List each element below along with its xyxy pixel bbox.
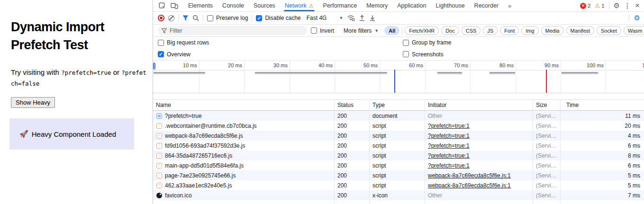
- kebab-menu-icon[interactable]: ⋮: [624, 2, 631, 9]
- network-action-bar: Preserve log ✓Disable cache Fast 4G▼ ⚙: [153, 12, 644, 25]
- tab-console[interactable]: Console: [218, 0, 249, 11]
- rocket-icon: 🚀: [19, 130, 28, 138]
- column-header-type[interactable]: Type: [370, 100, 425, 110]
- dom-content-loaded-marker: [394, 70, 395, 93]
- table-row[interactable]: 462.a33aae1ec82e40e5.js 200 script webpa…: [153, 180, 644, 190]
- column-header-size[interactable]: Size: [533, 100, 561, 110]
- overview-request-bar: [562, 72, 598, 74]
- chip-doc[interactable]: Doc: [441, 26, 459, 35]
- table-row[interactable]: .webcontainer@runtime.cb7c0bca.js 200 sc…: [153, 121, 644, 131]
- tab-recorder[interactable]: Recorder: [470, 0, 503, 11]
- tab-elements[interactable]: Elements: [183, 0, 218, 11]
- invert-checkbox[interactable]: Invert: [311, 27, 334, 34]
- script-icon: [156, 153, 162, 159]
- settings-gear-icon[interactable]: ⚙: [614, 1, 620, 10]
- clear-network-log-icon[interactable]: [168, 15, 174, 21]
- more-tabs-button[interactable]: »: [503, 2, 517, 9]
- chip-font[interactable]: Font: [500, 26, 519, 35]
- tick-label: 80 ms: [486, 62, 514, 68]
- chip-fetch-xhr[interactable]: Fetch/XHR: [405, 26, 439, 35]
- table-row[interactable]: page-7ae23e0925745e66.js 200 script webp…: [153, 170, 644, 180]
- inspect-element-icon[interactable]: [156, 0, 168, 11]
- initiator-other: Other: [428, 192, 442, 199]
- table-row[interactable]: favicon.ico 200 x-icon Other (Servi… 7 m…: [153, 190, 644, 200]
- error-count-badge[interactable]: ✕2: [580, 3, 590, 9]
- tab-lighthouse[interactable]: Lighthouse: [431, 0, 469, 11]
- filter-funnel-icon[interactable]: [182, 15, 189, 21]
- initiator-link[interactable]: webpack-8a7c69ecda8c5f6e.js:1: [428, 182, 511, 189]
- overview-request-bar: [437, 72, 462, 74]
- tab-memory[interactable]: Memory: [362, 0, 392, 11]
- chip-all[interactable]: All: [384, 26, 399, 35]
- overview-request-bar: [154, 72, 205, 74]
- checkbox-unchecked: [158, 40, 164, 46]
- record-network-log-icon[interactable]: [158, 15, 164, 21]
- chip-wasm[interactable]: Wasm: [624, 26, 644, 35]
- request-type-chips: All Fetch/XHR Doc CSS JS Font Img Media …: [384, 26, 644, 35]
- tab-application[interactable]: Application: [392, 0, 431, 11]
- chip-manifest[interactable]: Manifest: [566, 26, 595, 35]
- network-overview-timeline[interactable]: 10 ms 20 ms 30 ms 40 ms 50 ms 60 ms 70 m…: [153, 60, 644, 93]
- table-row[interactable]: webpack-8a7c69ecda8c5f6e.js 200 script ?…: [153, 131, 644, 141]
- initiator-other: Other: [428, 113, 442, 119]
- show-heavy-button[interactable]: Show Heavy: [11, 97, 55, 108]
- overview-checkbox[interactable]: ✓Overview: [158, 51, 190, 58]
- group-by-frame-checkbox[interactable]: Group by frame: [403, 39, 451, 46]
- initiator-link[interactable]: ?prefetch=true:1: [428, 162, 470, 169]
- tick-label: 30 ms: [260, 62, 288, 68]
- device-toolbar-icon[interactable]: [168, 0, 181, 11]
- column-header-name[interactable]: Name: [153, 100, 335, 110]
- disable-cache-checkbox[interactable]: ✓Disable cache: [256, 15, 300, 21]
- network-conditions-icon[interactable]: [347, 15, 355, 21]
- devtools-tabbar: Elements Console Sources Network⚠ Perfor…: [153, 0, 644, 12]
- checkbox-unchecked: [403, 40, 409, 46]
- big-request-rows-checkbox[interactable]: Big request rows: [158, 39, 209, 46]
- search-icon[interactable]: [192, 15, 199, 21]
- close-devtools-icon[interactable]: ×: [635, 1, 640, 10]
- tick-label: 10 ms: [170, 62, 197, 68]
- web-page: Dynamic Import Prefetch Test Try visitin…: [0, 0, 153, 204]
- tick-label: 70 ms: [441, 62, 468, 68]
- warning-icon: ⚠: [595, 2, 600, 9]
- column-header-status[interactable]: Status: [335, 100, 370, 110]
- table-row[interactable]: 864-35da487265716ec6.js 200 script ?pref…: [153, 151, 644, 160]
- table-row[interactable]: main-app-dd5d01d5f584e6fa.js 200 script …: [153, 160, 644, 170]
- table-filler: [153, 200, 644, 204]
- chip-socket[interactable]: Socket: [597, 26, 621, 35]
- checkbox-checked: ✓: [256, 15, 262, 21]
- chip-media[interactable]: Media: [541, 26, 564, 35]
- export-har-icon[interactable]: [369, 15, 376, 21]
- network-settings-gear-icon[interactable]: ⚙: [634, 14, 640, 22]
- initiator-link[interactable]: webpack-8a7c69ecda8c5f6e.js:1: [428, 172, 511, 179]
- initiator-link[interactable]: ?prefetch=true:1: [428, 133, 470, 139]
- warning-count-badge[interactable]: ⚠1: [595, 2, 604, 9]
- throttling-select[interactable]: Fast 4G▼: [307, 15, 344, 21]
- column-header-time[interactable]: Time: [561, 100, 644, 110]
- tab-performance[interactable]: Performance: [318, 0, 362, 11]
- tabbar-right-controls: ✕2 ⚠1 ⚙ ⋮ ×: [580, 1, 644, 10]
- overview-window-handle[interactable]: [153, 62, 155, 70]
- screenshots-checkbox[interactable]: Screenshots: [403, 51, 444, 58]
- tab-network[interactable]: Network⚠: [280, 0, 318, 11]
- chip-img[interactable]: Img: [521, 26, 538, 35]
- chip-js[interactable]: JS: [483, 26, 498, 35]
- column-header-initiator[interactable]: Initiator: [425, 100, 533, 110]
- more-filters-button[interactable]: More filters▼: [344, 27, 379, 34]
- initiator-link[interactable]: ?prefetch=true:1: [428, 142, 470, 149]
- error-icon: ✕: [580, 3, 586, 9]
- table-row[interactable]: fd9d1056-693ad74f37592d3e.js 200 script …: [153, 141, 644, 151]
- tick-label: 50 ms: [350, 62, 378, 68]
- import-har-icon[interactable]: [359, 15, 365, 21]
- preserve-log-checkbox[interactable]: Preserve log: [207, 15, 248, 21]
- overview-request-bar: [490, 72, 515, 74]
- table-row[interactable]: ?prefetch=true 200 document Other (Servi…: [153, 111, 644, 121]
- tick-label: 60 ms: [396, 62, 423, 68]
- initiator-link[interactable]: ?prefetch=true:1: [428, 152, 470, 159]
- chip-css[interactable]: CSS: [462, 26, 481, 35]
- initiator-link[interactable]: ?prefetch=true:1: [428, 123, 470, 129]
- separator: [178, 14, 179, 22]
- filter-input[interactable]: [170, 27, 307, 34]
- tab-sources[interactable]: Sources: [249, 0, 280, 11]
- script-icon: [156, 123, 162, 129]
- document-icon: [156, 113, 162, 119]
